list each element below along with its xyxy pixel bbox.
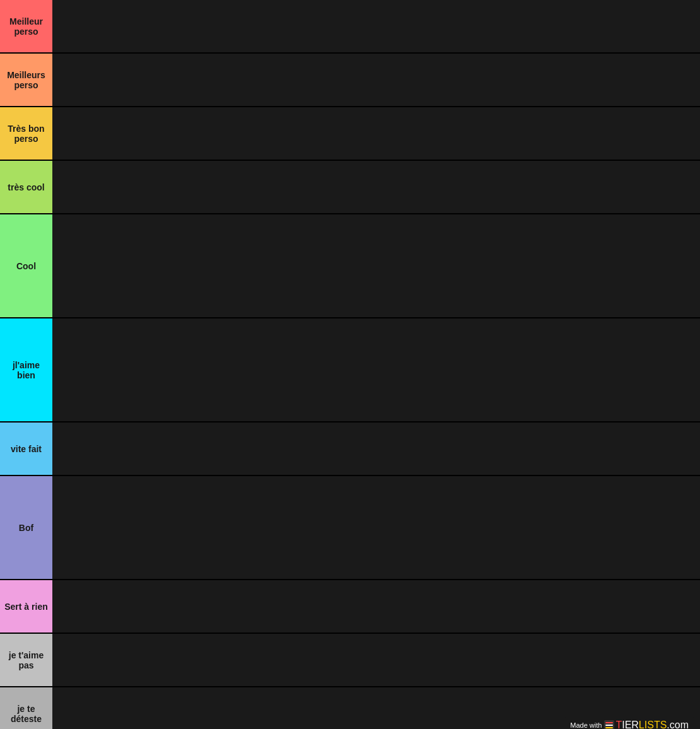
tier-content-bof <box>52 476 700 579</box>
tier-label-meilleurs-perso: Meilleurs perso <box>0 54 52 106</box>
svg-rect-2 <box>605 725 613 726</box>
brand-com: .com <box>667 720 689 729</box>
brand-t: T <box>615 720 622 729</box>
tier-row-tres-cool: très cool <box>0 161 700 214</box>
brand-lists: LISTS <box>639 720 667 729</box>
tier-content-tres-bon-perso <box>52 107 700 160</box>
brand-name-text: TIERLISTS.com <box>615 720 689 729</box>
tier-label-bof: Bof <box>0 476 52 579</box>
tier-row-meilleurs-perso: Meilleurs perso <box>0 54 700 107</box>
made-with-text: Made with <box>570 721 602 729</box>
tier-label-je-te-deteste: je te déteste <box>0 687 52 729</box>
tier-label-tres-cool: très cool <box>0 161 52 213</box>
tier-content-sert-a-rien <box>52 580 700 633</box>
tier-list: Meilleur perso Meilleurs perso Très bon … <box>0 0 700 729</box>
tier-label-meilleur-perso: Meilleur perso <box>0 0 52 52</box>
tier-row-je-taime-pas: je t'aime pas <box>0 634 700 687</box>
watermark: Made with TIERLISTS.com <box>565 717 694 729</box>
tier-label-je-taime-pas: je t'aime pas <box>0 634 52 686</box>
tier-label-vite-fait: vite fait <box>0 423 52 475</box>
tier-label-jaime-bien: jl'aime bien <box>0 318 52 421</box>
svg-rect-1 <box>605 722 613 723</box>
tier-content-meilleur-perso <box>52 0 700 52</box>
tier-row-vite-fait: vite fait <box>0 423 700 476</box>
tier-row-cool: Cool <box>0 214 700 318</box>
tier-content-meilleurs-perso <box>52 54 700 106</box>
brand-logo: TIERLISTS.com <box>604 720 689 729</box>
tier-row-tres-bon-perso: Très bon perso <box>0 107 700 161</box>
brand-ier: IER <box>622 720 639 729</box>
tier-label-tres-bon-perso: Très bon perso <box>0 107 52 160</box>
tier-label-cool: Cool <box>0 214 52 317</box>
tier-label-sert-a-rien: Sert à rien <box>0 580 52 633</box>
tier-row-meilleur-perso: Meilleur perso <box>0 0 700 54</box>
tier-content-tres-cool <box>52 161 700 213</box>
tier-row-bof: Bof <box>0 476 700 580</box>
tier-row-sert-a-rien: Sert à rien <box>0 580 700 634</box>
tier-content-je-taime-pas <box>52 634 700 686</box>
tierlists-icon <box>604 720 614 729</box>
tier-content-jaime-bien <box>52 318 700 421</box>
tier-content-vite-fait <box>52 423 700 475</box>
tier-row-jaime-bien: jl'aime bien <box>0 318 700 423</box>
tier-content-cool <box>52 214 700 317</box>
svg-rect-3 <box>605 727 613 728</box>
